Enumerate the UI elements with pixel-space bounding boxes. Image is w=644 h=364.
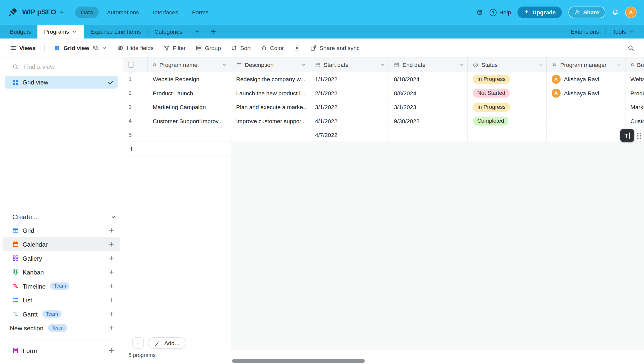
cell-status[interactable]: Completed <box>468 114 547 128</box>
cell-start-date[interactable]: 1/1/2022 <box>310 72 389 86</box>
cell-program-name[interactable]: Marketing Campaign <box>148 100 231 114</box>
column-header-end-date[interactable]: End date <box>389 58 468 72</box>
cell-start-date[interactable]: 4/1/2022 <box>310 114 389 128</box>
add-timeline-view-button[interactable] <box>108 283 114 289</box>
history-button[interactable] <box>477 9 483 16</box>
column-header-program-manager[interactable]: Program manager <box>547 58 625 72</box>
table-tab-expense-line-items[interactable]: Expense Line Items <box>84 25 147 39</box>
table-tab-budgets[interactable]: Budgets <box>3 25 37 39</box>
views-toggle-button[interactable]: Views <box>6 42 40 54</box>
create-view-form[interactable]: Form <box>3 344 120 358</box>
add-record-row[interactable] <box>123 142 231 156</box>
cell-status[interactable]: Not Started <box>468 86 547 100</box>
create-view-list[interactable]: List <box>3 293 120 307</box>
create-view-grid[interactable]: Grid <box>3 223 120 237</box>
cell-program-manager[interactable]: AAkshaya Ravi <box>547 86 625 100</box>
add-gallery-view-button[interactable] <box>108 255 114 261</box>
create-new-section[interactable]: New section Team <box>3 321 120 335</box>
table-tab-programs[interactable]: Programs <box>37 25 84 39</box>
column-header-budget-partial[interactable]: A Bu <box>626 58 644 72</box>
column-header-program-name[interactable]: A Program name <box>148 58 231 72</box>
cell-budget-partial[interactable]: Produ <box>626 86 644 100</box>
add-form-view-button[interactable] <box>108 347 114 354</box>
cell-budget-partial[interactable]: Webs <box>626 72 644 86</box>
search-button[interactable] <box>623 42 638 54</box>
cell-start-date[interactable]: 4/7/2022 <box>310 128 389 142</box>
select-all-checkbox[interactable] <box>128 62 134 68</box>
column-header-description[interactable]: Description <box>231 58 310 72</box>
nav-tab-data[interactable]: Data <box>75 7 99 18</box>
notifications-button[interactable] <box>612 9 619 16</box>
nav-tab-forms[interactable]: Forms <box>186 7 214 18</box>
horizontal-scrollbar[interactable] <box>232 359 365 363</box>
row-number[interactable]: 5 <box>123 128 148 142</box>
cell-program-manager[interactable] <box>547 114 625 128</box>
share-button[interactable]: Share <box>569 7 606 18</box>
cell-program-manager[interactable]: AAkshaya Ravi <box>547 72 625 86</box>
cell-end-date[interactable]: 8/8/2024 <box>389 86 468 100</box>
extensions-button[interactable]: Extensions <box>564 25 606 39</box>
upgrade-button[interactable]: Upgrade <box>518 7 562 18</box>
cell-start-date[interactable]: 2/1/2022 <box>310 86 389 100</box>
cell-start-date[interactable]: 3/1/2022 <box>310 100 389 114</box>
sort-button[interactable]: Sort <box>227 42 255 54</box>
color-button[interactable]: Color <box>257 42 288 54</box>
table-tab-categories[interactable]: Categories <box>148 25 189 39</box>
cell-description[interactable]: Redesign the company w... <box>231 72 310 86</box>
create-view-gallery[interactable]: Gallery <box>3 251 120 265</box>
add-with-ai-button[interactable]: Add... <box>148 337 186 349</box>
hidden-tables-menu-button[interactable] <box>189 25 205 39</box>
add-gantt-view-button[interactable] <box>108 311 114 317</box>
cell-description[interactable]: Improve customer suppor... <box>231 114 310 128</box>
help-button[interactable]: ? Help <box>490 9 511 16</box>
add-kanban-view-button[interactable] <box>108 269 114 275</box>
row-height-button[interactable] <box>290 42 304 54</box>
cell-program-name[interactable]: Website Redesign <box>148 72 231 86</box>
hide-fields-button[interactable]: Hide fields <box>113 42 158 54</box>
create-view-kanban[interactable]: Kanban <box>3 265 120 279</box>
add-section-button[interactable] <box>108 325 114 331</box>
create-view-timeline[interactable]: Timeline Team <box>3 279 120 293</box>
cell-end-date[interactable] <box>389 128 468 142</box>
row-number[interactable]: 1 <box>123 72 148 86</box>
add-list-view-button[interactable] <box>108 297 114 303</box>
filter-button[interactable]: Filter <box>159 42 190 54</box>
current-view-button[interactable]: Grid view <box>50 42 111 54</box>
cell-description[interactable] <box>231 128 310 142</box>
row-number[interactable]: 2 <box>123 86 148 100</box>
tools-button[interactable]: Tools <box>606 25 641 39</box>
nav-tab-automations[interactable]: Automations <box>101 7 145 18</box>
cell-end-date[interactable]: 3/1/2023 <box>389 100 468 114</box>
cell-budget-partial[interactable]: Marke <box>626 100 644 114</box>
row-number[interactable]: 4 <box>123 114 148 128</box>
row-number[interactable]: 3 <box>123 100 148 114</box>
add-grid-view-button[interactable] <box>108 227 114 234</box>
group-button[interactable]: Group <box>191 42 225 54</box>
add-record-button[interactable] <box>132 337 144 349</box>
column-header-status[interactable]: Status <box>468 58 547 72</box>
find-view-input[interactable] <box>23 63 115 70</box>
find-view-search[interactable] <box>12 63 115 70</box>
select-all-cell[interactable] <box>123 58 148 72</box>
cell-end-date[interactable]: 9/30/2022 <box>389 114 468 128</box>
create-section-header[interactable]: Create... <box>12 213 116 221</box>
sidebar-view-grid-view[interactable]: Grid view <box>5 76 118 89</box>
base-title[interactable]: WIP pSEO <box>22 8 64 17</box>
cell-program-manager[interactable] <box>547 100 625 114</box>
create-view-gantt[interactable]: Gantt Team <box>3 307 120 321</box>
cell-program-name[interactable]: Customer Support Improv... <box>148 114 231 128</box>
cell-status[interactable] <box>468 128 547 142</box>
cell-end-date[interactable]: 8/18/2024 <box>389 72 468 86</box>
add-calendar-view-button[interactable] <box>108 241 114 247</box>
nav-tab-interfaces[interactable]: Interfaces <box>147 7 184 18</box>
cell-description[interactable]: Launch the new product l... <box>231 86 310 100</box>
add-table-button[interactable] <box>205 25 221 39</box>
share-and-sync-button[interactable]: Share and sync <box>306 42 364 54</box>
cell-program-name[interactable] <box>148 128 231 142</box>
cell-budget-partial[interactable]: Custo <box>626 114 644 128</box>
cell-program-manager[interactable] <box>547 128 625 142</box>
cell-status[interactable]: In Progress <box>468 72 547 86</box>
user-avatar[interactable]: A <box>625 7 637 18</box>
cell-description[interactable]: Plan and execute a marke... <box>231 100 310 114</box>
create-view-calendar[interactable]: Calendar <box>3 237 120 251</box>
